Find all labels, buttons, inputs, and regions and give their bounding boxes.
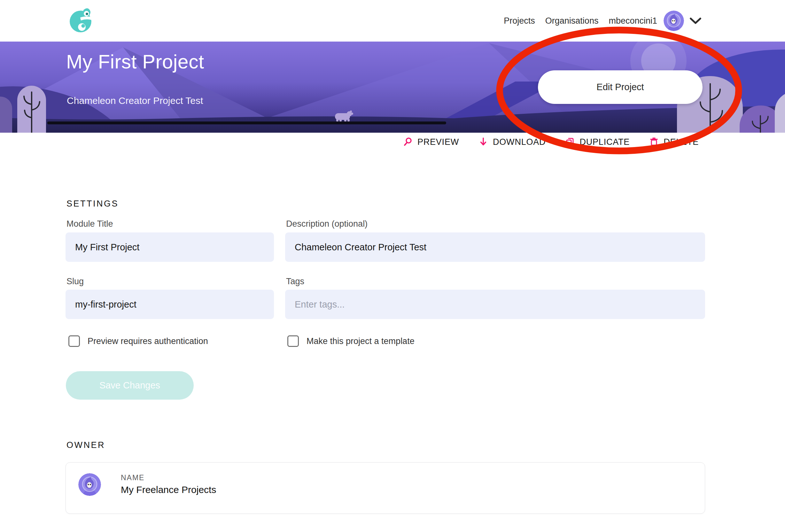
owner-heading: OWNER	[67, 440, 105, 450]
owner-card: NAME My Freelance Projects	[66, 462, 705, 514]
hero-banner: My First Project Chameleon Creator Proje…	[0, 42, 785, 133]
slug-label: Slug	[67, 277, 84, 286]
owner-avatar-icon	[78, 473, 101, 496]
download-button[interactable]: DOWNLOAD	[479, 137, 546, 147]
delete-label: DELETE	[663, 137, 699, 147]
duplicate-button[interactable]: DUPLICATE	[565, 137, 630, 147]
preview-label: PREVIEW	[417, 137, 459, 147]
top-navbar: Projects Organisations mbeconcini1	[0, 0, 785, 42]
magnifier-icon	[403, 137, 412, 147]
tags-label: Tags	[286, 277, 304, 286]
module-title-input[interactable]	[66, 232, 274, 262]
trash-icon	[650, 137, 658, 147]
save-changes-button[interactable]: Save Changes	[66, 371, 194, 400]
project-title: My First Project	[66, 51, 204, 73]
chevron-down-icon[interactable]	[690, 17, 701, 25]
app-window: Projects Organisations mbeconcini1	[0, 0, 785, 532]
owner-name-label: NAME	[121, 474, 145, 482]
duplicate-label: DUPLICATE	[580, 137, 630, 147]
ground-line	[47, 122, 446, 124]
description-label: Description (optional)	[286, 219, 368, 229]
tags-input[interactable]	[285, 290, 705, 319]
chameleon-logo-icon[interactable]	[68, 6, 93, 33]
nav-projects[interactable]: Projects	[504, 16, 535, 26]
settings-heading: SETTINGS	[67, 199, 119, 209]
project-subtitle: Chameleon Creator Project Test	[67, 95, 203, 106]
navbar-links: Projects Organisations mbeconcini1	[504, 0, 701, 42]
nav-organisations[interactable]: Organisations	[545, 16, 599, 26]
project-actions: PREVIEW DOWNLOAD DUPLICATE	[403, 137, 699, 147]
edit-project-button[interactable]: Edit Project	[538, 70, 703, 104]
tree-icon	[17, 86, 46, 133]
preview-auth-checkbox[interactable]	[68, 335, 80, 347]
user-avatar-icon[interactable]	[663, 10, 684, 31]
description-input[interactable]	[285, 232, 705, 262]
slug-input[interactable]	[66, 290, 274, 319]
template-label: Make this project a template	[306, 336, 414, 346]
nav-username[interactable]: mbeconcini1	[609, 16, 657, 26]
preview-button[interactable]: PREVIEW	[403, 137, 459, 147]
preview-auth-option: Preview requires authentication	[68, 335, 208, 347]
template-option: Make this project a template	[287, 335, 414, 347]
delete-button[interactable]: DELETE	[650, 137, 699, 147]
preview-auth-label: Preview requires authentication	[87, 336, 208, 346]
arrow-down-icon	[479, 137, 488, 147]
module-title-label: Module Title	[67, 219, 113, 229]
duplicate-icon	[565, 137, 574, 147]
download-label: DOWNLOAD	[493, 137, 546, 147]
owner-name-value: My Freelance Projects	[121, 484, 216, 495]
template-checkbox[interactable]	[287, 335, 299, 347]
